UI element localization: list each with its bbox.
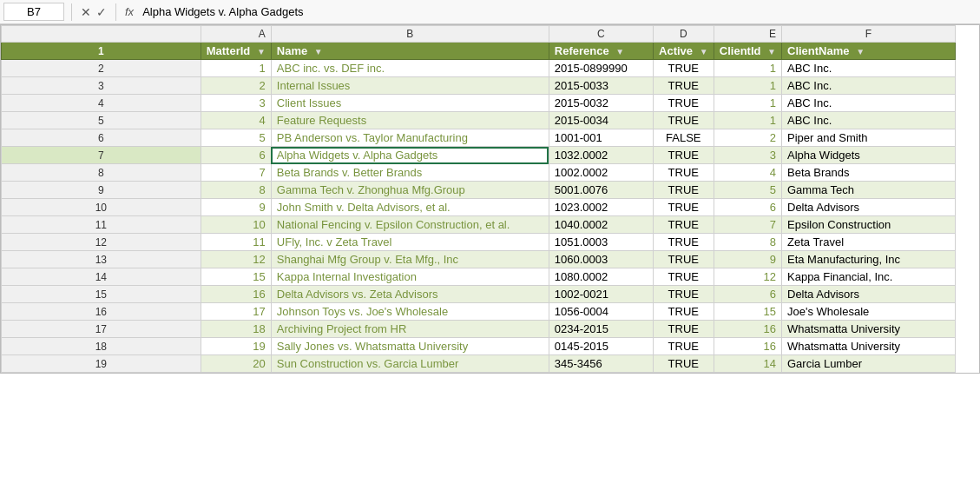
cell-name[interactable]: PB Anderson vs. Taylor Manufacturing [271, 129, 549, 147]
cell-clientname[interactable]: ABC Inc. [782, 95, 956, 112]
cell-clientid[interactable]: 1 [714, 95, 781, 112]
cell-active[interactable]: TRUE [653, 95, 714, 112]
cell-reference[interactable]: 1001-001 [549, 129, 653, 147]
cell-name[interactable]: Johnson Toys vs. Joe's Wholesale [271, 303, 549, 321]
cell-clientname[interactable]: Whatsmatta University [782, 321, 956, 338]
cell-reference[interactable]: 0234-2015 [549, 321, 653, 338]
cell-clientid[interactable]: 12 [714, 268, 781, 286]
cell-clientid[interactable]: 9 [714, 251, 781, 268]
cell-clientid[interactable]: 8 [714, 234, 781, 251]
cell-reference[interactable]: 1060.0003 [549, 251, 653, 268]
cell-name[interactable]: Archiving Project from HR [271, 321, 549, 338]
cell-clientname[interactable]: ABC Inc. [782, 60, 956, 77]
cell-reference[interactable]: 1032.0002 [549, 147, 653, 164]
cell-matterid[interactable]: 6 [201, 147, 271, 164]
cell-name[interactable]: Delta Advisors vs. Zeta Advisors [271, 286, 549, 303]
cell-name[interactable]: Gamma Tech v. Zhonghua Mfg.Group [271, 182, 549, 199]
clientid-dropdown-icon[interactable]: ▼ [767, 47, 776, 56]
col-header-f[interactable]: F [782, 26, 956, 43]
cell-matterid[interactable]: 8 [201, 182, 271, 199]
cell-reference[interactable]: 2015-0032 [549, 95, 653, 112]
cell-clientname[interactable]: Kappa Financial, Inc. [782, 268, 956, 286]
cell-clientname[interactable]: Beta Brands [782, 164, 956, 182]
cell-name[interactable]: Internal Issues [271, 77, 549, 95]
cell-matterid[interactable]: 7 [201, 164, 271, 182]
cell-reference-box[interactable] [3, 3, 64, 21]
cell-clientid[interactable]: 16 [714, 338, 781, 355]
cell-clientid[interactable]: 16 [714, 321, 781, 338]
cell-clientname[interactable]: Garcia Lumber [782, 355, 956, 373]
header-matterid[interactable]: MatterId ▼ [201, 43, 271, 60]
cell-reference[interactable]: 5001.0076 [549, 182, 653, 199]
cell-reference[interactable]: 2015-0033 [549, 77, 653, 95]
cell-clientname[interactable]: Whatsmatta University [782, 338, 956, 355]
clientname-dropdown-icon[interactable]: ▼ [856, 47, 865, 56]
reference-dropdown-icon[interactable]: ▼ [615, 47, 624, 56]
header-clientid[interactable]: ClientId ▼ [714, 43, 781, 60]
cell-name[interactable]: Alpha Widgets v. Alpha Gadgets [271, 147, 549, 164]
cell-active[interactable]: TRUE [653, 199, 714, 216]
cell-active[interactable]: FALSE [653, 129, 714, 147]
cell-matterid[interactable]: 17 [201, 303, 271, 321]
col-header-e[interactable]: E [714, 26, 781, 43]
cell-clientid[interactable]: 4 [714, 164, 781, 182]
cell-clientid[interactable]: 6 [714, 199, 781, 216]
header-clientname[interactable]: ClientName ▼ [782, 43, 956, 60]
cell-name[interactable]: ABC inc. vs. DEF inc. [271, 60, 549, 77]
cell-matterid[interactable]: 19 [201, 338, 271, 355]
cell-active[interactable]: TRUE [653, 338, 714, 355]
cell-clientname[interactable]: Joe's Wholesale [782, 303, 956, 321]
cell-clientid[interactable]: 1 [714, 112, 781, 129]
cell-matterid[interactable]: 11 [201, 234, 271, 251]
cell-name[interactable]: UFly, Inc. v Zeta Travel [271, 234, 549, 251]
cell-matterid[interactable]: 3 [201, 95, 271, 112]
cell-clientname[interactable]: Gamma Tech [782, 182, 956, 199]
cell-clientid[interactable]: 2 [714, 129, 781, 147]
cell-matterid[interactable]: 5 [201, 129, 271, 147]
cell-active[interactable]: TRUE [653, 286, 714, 303]
cell-reference[interactable]: 2015-0034 [549, 112, 653, 129]
cell-matterid[interactable]: 2 [201, 77, 271, 95]
cell-clientname[interactable]: ABC Inc. [782, 112, 956, 129]
cell-clientname[interactable]: Delta Advisors [782, 286, 956, 303]
cell-clientname[interactable]: Eta Manufacturing, Inc [782, 251, 956, 268]
cell-active[interactable]: TRUE [653, 112, 714, 129]
cell-name[interactable]: National Fencing v. Epsilon Construction… [271, 216, 549, 234]
cell-active[interactable]: TRUE [653, 77, 714, 95]
cell-name[interactable]: John Smith v. Delta Advisors, et al. [271, 199, 549, 216]
cell-active[interactable]: TRUE [653, 355, 714, 373]
col-header-a[interactable]: A [201, 26, 271, 43]
cell-active[interactable]: TRUE [653, 268, 714, 286]
cell-reference[interactable]: 1080.0002 [549, 268, 653, 286]
cell-clientid[interactable]: 1 [714, 60, 781, 77]
cell-reference[interactable]: 1040.0002 [549, 216, 653, 234]
cell-reference[interactable]: 1002.0002 [549, 164, 653, 182]
col-header-d[interactable]: D [653, 26, 714, 43]
cell-name[interactable]: Sun Construction vs. Garcia Lumber [271, 355, 549, 373]
header-reference[interactable]: Reference ▼ [549, 43, 653, 60]
cell-matterid[interactable]: 9 [201, 199, 271, 216]
cell-clientname[interactable]: Piper and Smith [782, 129, 956, 147]
confirm-icon[interactable]: ✓ [96, 5, 107, 19]
cell-matterid[interactable]: 1 [201, 60, 271, 77]
cell-name[interactable]: Client Issues [271, 95, 549, 112]
cell-clientname[interactable]: Alpha Widgets [782, 147, 956, 164]
cell-clientid[interactable]: 7 [714, 216, 781, 234]
cell-active[interactable]: TRUE [653, 60, 714, 77]
formula-input[interactable] [139, 5, 977, 18]
cell-reference[interactable]: 1002-0021 [549, 286, 653, 303]
matterid-dropdown-icon[interactable]: ▼ [257, 47, 266, 56]
cell-active[interactable]: TRUE [653, 182, 714, 199]
cell-reference[interactable]: 0145-2015 [549, 338, 653, 355]
header-active[interactable]: Active ▼ [653, 43, 714, 60]
cell-name[interactable]: Beta Brands v. Better Brands [271, 164, 549, 182]
col-header-b[interactable]: B [271, 26, 549, 43]
cell-clientid[interactable]: 6 [714, 286, 781, 303]
cell-matterid[interactable]: 12 [201, 251, 271, 268]
cell-reference[interactable]: 1023.0002 [549, 199, 653, 216]
cell-reference[interactable]: 2015-0899990 [549, 60, 653, 77]
cell-active[interactable]: TRUE [653, 164, 714, 182]
cell-active[interactable]: TRUE [653, 303, 714, 321]
cell-name[interactable]: Feature Requests [271, 112, 549, 129]
cell-reference[interactable]: 1051.0003 [549, 234, 653, 251]
